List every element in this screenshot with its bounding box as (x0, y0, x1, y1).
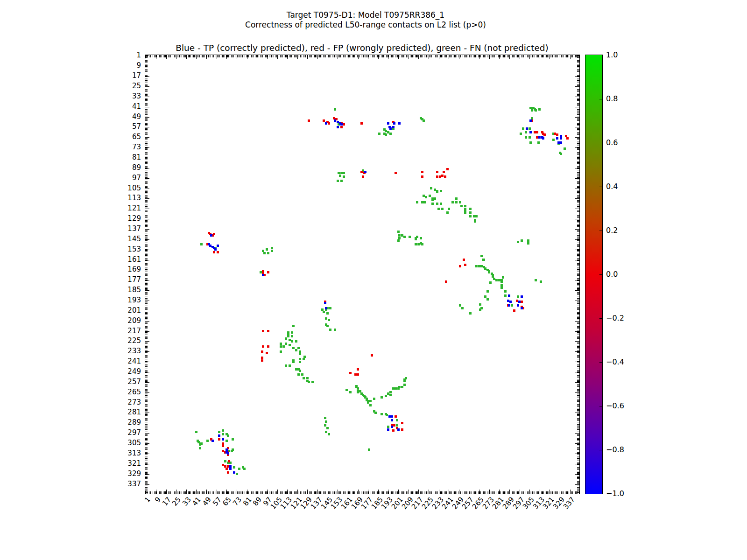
contact-point-fn (492, 275, 494, 278)
y-tick-label: 161 (118, 255, 141, 264)
contact-point-fn (324, 424, 326, 427)
y-tick-label: 265 (118, 388, 141, 396)
y-tick-label: 193 (118, 296, 141, 304)
y-major-tick (145, 209, 149, 209)
contact-point-fn (437, 208, 440, 210)
x-major-tick (358, 490, 359, 494)
contact-point-fn (368, 448, 370, 451)
x-major-tick (237, 55, 237, 59)
contact-point-fn (415, 243, 417, 245)
y-major-tick (575, 198, 579, 199)
x-major-tick (520, 490, 520, 494)
y-tick-label: 273 (118, 398, 141, 406)
contact-point-fn (441, 208, 444, 210)
contact-point-tp (233, 471, 235, 474)
contact-point-tp (560, 141, 562, 144)
contact-point-fn (421, 243, 423, 245)
y-major-tick (575, 464, 579, 464)
y-major-tick (145, 147, 149, 148)
y-major-tick (575, 443, 579, 444)
contact-point-fn (287, 331, 289, 334)
contact-point-fn (289, 344, 291, 346)
x-major-tick (186, 55, 187, 59)
contact-point-tp (560, 137, 562, 140)
x-major-tick (176, 490, 176, 494)
y-major-tick (145, 239, 149, 240)
contact-point-fp (534, 131, 536, 133)
y-minor-ticks-right (577, 55, 579, 494)
contact-point-tp (529, 119, 532, 122)
y-major-tick (145, 178, 149, 179)
y-major-tick (575, 301, 579, 301)
contact-point-fn (459, 201, 461, 203)
y-major-tick (145, 413, 149, 413)
contact-point-fn (520, 133, 522, 135)
y-major-tick (575, 413, 579, 413)
x-major-tick (418, 490, 419, 494)
x-major-tick (540, 55, 540, 59)
x-major-tick (226, 55, 227, 59)
x-major-tick (529, 490, 530, 494)
contact-point-fp (222, 445, 224, 447)
y-major-tick (575, 331, 579, 332)
x-major-tick (409, 55, 409, 59)
x-major-tick (570, 490, 571, 494)
contact-point-fn (328, 433, 330, 435)
contact-point-fp (513, 309, 515, 312)
contact-point-fn (498, 279, 500, 281)
x-major-tick (257, 490, 257, 494)
contact-point-fn (349, 391, 352, 393)
y-tick-label: 105 (118, 184, 141, 192)
y-tick-label: 233 (118, 347, 141, 355)
contact-point-tp (521, 295, 523, 298)
contact-point-fn (311, 381, 314, 383)
y-major-tick (145, 474, 149, 475)
contact-point-fn (405, 377, 407, 379)
contact-point-fn (301, 373, 303, 376)
x-major-tick (247, 490, 247, 494)
x-major-tick (388, 490, 388, 494)
contact-point-fp (333, 117, 335, 119)
contact-point-tp (518, 301, 521, 303)
y-major-tick (575, 219, 579, 219)
contact-point-fn (291, 335, 293, 337)
x-major-tick (418, 55, 419, 59)
colorbar-tick-label: 1.0 (606, 50, 634, 59)
contact-point-fn (303, 377, 305, 379)
contact-point-fn (529, 141, 532, 144)
contact-point-fn (434, 189, 436, 191)
contact-point-fn (238, 468, 240, 470)
contact-point-fn (200, 243, 203, 245)
y-tick-label: 249 (118, 367, 141, 376)
contact-point-fn (295, 368, 297, 371)
y-major-tick (575, 351, 579, 352)
contact-point-fn (522, 127, 524, 130)
contact-point-tp (391, 415, 393, 418)
contact-point-fp (439, 175, 441, 178)
y-major-tick (145, 158, 149, 158)
contact-point-fp (349, 372, 352, 374)
contact-point-fp (217, 251, 219, 253)
contact-point-tp (262, 274, 264, 276)
contact-point-fn (386, 414, 388, 416)
y-major-tick (145, 86, 149, 87)
contact-point-fn (339, 175, 341, 177)
x-major-tick (226, 490, 227, 494)
x-major-tick (368, 490, 368, 494)
contact-point-fn (529, 107, 532, 109)
contact-point-fn (517, 241, 519, 243)
x-major-tick (509, 490, 510, 494)
y-major-tick (145, 117, 149, 118)
contact-point-fn (403, 380, 406, 382)
y-tick-label: 209 (118, 316, 141, 325)
contact-point-fn (475, 215, 478, 217)
y-major-tick (145, 97, 149, 97)
contact-point-fn (199, 447, 201, 449)
contact-point-fn (401, 234, 403, 237)
contact-point-tp (521, 307, 523, 309)
contact-point-fn (421, 201, 423, 203)
colorbar-tick (599, 274, 602, 275)
x-major-tick (257, 55, 257, 59)
y-major-tick (145, 321, 149, 322)
contact-point-fp (224, 465, 226, 468)
